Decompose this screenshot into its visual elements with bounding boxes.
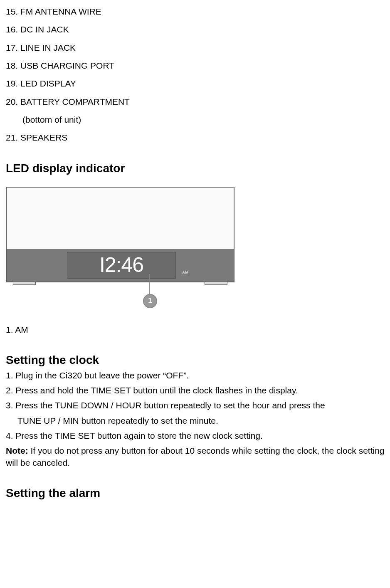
- device-foot-right: [205, 282, 227, 285]
- clock-time-text: I2:46: [99, 251, 143, 279]
- device-foot-left: [13, 282, 36, 285]
- callout-badge-1: 1: [143, 294, 157, 308]
- clock-step-3: 3. Press the TUNE DOWN / HOUR button rep…: [6, 400, 388, 411]
- parts-list: 15. FM ANTENNA WIRE 16. DC IN JACK 17. L…: [6, 6, 388, 144]
- part-item-20-sub: (bottom of unit): [22, 114, 388, 126]
- heading-setting-clock: Setting the clock: [6, 352, 388, 368]
- note-text: If you do not press any button for about…: [6, 446, 385, 467]
- part-item-18: 18. USB CHARGING PORT: [6, 60, 388, 72]
- part-item-17: 17. LINE IN JACK: [6, 42, 388, 54]
- note-label: Note:: [6, 446, 28, 455]
- clock-display-panel: I2:46 AM: [67, 252, 176, 279]
- device-illustration: I2:46 AM: [6, 187, 234, 282]
- indicator-list: 1. AM: [6, 324, 388, 336]
- clock-step-4: 4. Press the TIME SET button again to st…: [6, 430, 388, 442]
- device-top-surface: [7, 188, 234, 250]
- heading-setting-alarm: Setting the alarm: [6, 485, 388, 501]
- figure-led-display: I2:46 AM 1: [6, 187, 388, 311]
- clock-step-3-cont: TUNE UP / MIN button repeatedly to set t…: [17, 415, 388, 427]
- part-item-20: 20. BATTERY COMPARTMENT: [6, 96, 388, 108]
- clock-steps: 1. Plug in the Ci320 but leave the power…: [6, 370, 388, 469]
- part-item-19: 19. LED DISPLAY: [6, 78, 388, 89]
- clock-am-indicator: AM: [183, 270, 189, 275]
- indicator-item-1: 1. AM: [6, 324, 388, 336]
- clock-note: Note: If you do not press any button for…: [6, 445, 388, 469]
- part-item-21: 21. SPEAKERS: [6, 132, 388, 143]
- part-item-16: 16. DC IN JACK: [6, 24, 388, 35]
- heading-led-display: LED display indicator: [6, 161, 388, 176]
- callout-line-1: [149, 274, 150, 295]
- clock-step-1: 1. Plug in the Ci320 but leave the power…: [6, 370, 388, 381]
- part-item-15: 15. FM ANTENNA WIRE: [6, 6, 388, 17]
- clock-step-2: 2. Press and hold the TIME SET button un…: [6, 385, 388, 396]
